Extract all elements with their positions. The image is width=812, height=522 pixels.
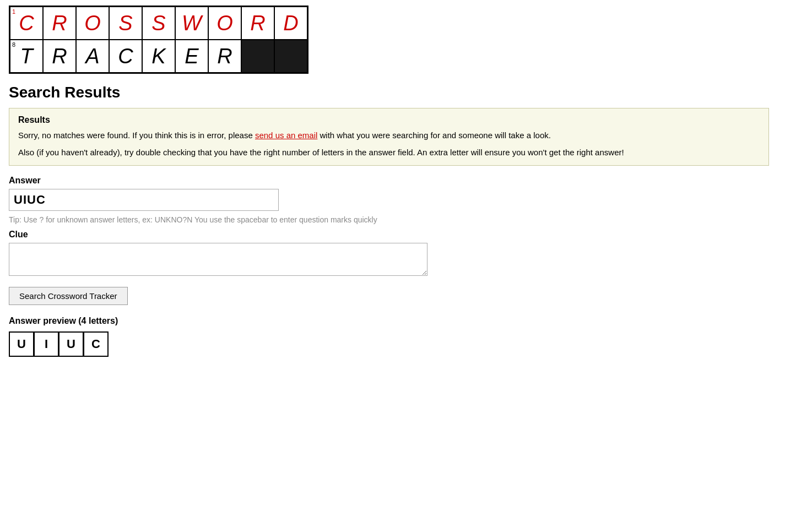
logo-cell: K	[142, 40, 175, 73]
logo-cell: 8T	[10, 40, 43, 73]
logo-row-2: 8TRACKER	[10, 40, 307, 73]
preview-letter-box: C	[83, 331, 109, 357]
logo-cell: O	[208, 7, 241, 40]
results-box-title: Results	[18, 115, 760, 125]
logo-cell: R	[43, 7, 76, 40]
answer-tip: Tip: Use ? for unknown answer letters, e…	[9, 215, 803, 224]
results-box: Results Sorry, no matches were found. If…	[9, 108, 769, 166]
logo-cell: S	[142, 7, 175, 40]
logo-cell: W	[175, 7, 208, 40]
logo-row-1: 1CROSSWORD	[10, 7, 307, 40]
preview-boxes: UIUC	[9, 331, 803, 357]
answer-preview-section: Answer preview (4 letters) UIUC	[9, 316, 803, 357]
email-link[interactable]: send us an email	[255, 130, 317, 140]
answer-section: Answer Tip: Use ? for unknown answer let…	[9, 176, 803, 224]
results-message-2: Also (if you haven't already), try doubl…	[18, 146, 760, 159]
results-message-1-after: with what you were searching for and som…	[317, 130, 551, 140]
site-logo: 1CROSSWORD 8TRACKER	[9, 6, 308, 74]
answer-input[interactable]	[9, 189, 279, 211]
logo-cell: R	[241, 7, 274, 40]
preview-letter-box: U	[9, 331, 34, 357]
results-message-1-before: Sorry, no matches were found. If you thi…	[18, 130, 255, 140]
logo-cell: R	[43, 40, 76, 73]
preview-title: Answer preview (4 letters)	[9, 316, 803, 326]
results-message-1: Sorry, no matches were found. If you thi…	[18, 129, 760, 142]
logo-cell: D	[274, 7, 307, 40]
clue-label: Clue	[9, 230, 803, 240]
logo-cell: A	[76, 40, 109, 73]
logo-cell: 1C	[10, 7, 43, 40]
page-title: Search Results	[9, 84, 803, 101]
logo-cell	[241, 40, 274, 73]
clue-input[interactable]	[9, 243, 427, 276]
clue-section: Clue	[9, 230, 803, 276]
preview-letter-box: I	[34, 331, 59, 357]
logo-cell: S	[109, 7, 142, 40]
logo-cell: E	[175, 40, 208, 73]
preview-letter-box: U	[58, 331, 84, 357]
logo-cell: C	[109, 40, 142, 73]
logo-cell: R	[208, 40, 241, 73]
logo-cell: O	[76, 7, 109, 40]
logo-cell	[274, 40, 307, 73]
answer-label: Answer	[9, 176, 803, 186]
search-button[interactable]: Search Crossword Tracker	[9, 287, 128, 305]
